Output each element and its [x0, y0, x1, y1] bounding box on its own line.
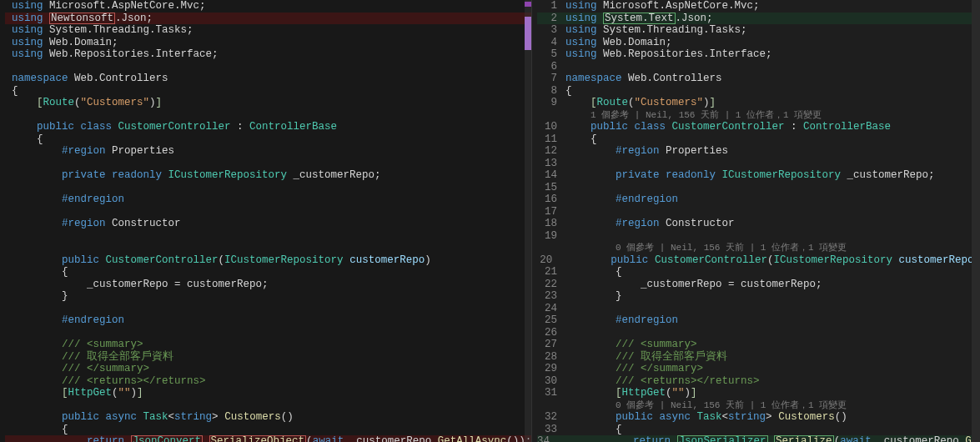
code-line[interactable]: 6: [537, 61, 980, 73]
code-line[interactable]: [5, 109, 531, 122]
diff-left-pane[interactable]: using Microsoft.AspNetCore.Mvc;using New…: [0, 0, 531, 442]
code-line[interactable]: [5, 230, 531, 243]
line-number: 33: [537, 424, 565, 436]
code-line[interactable]: [HttpGet("")]: [5, 387, 531, 399]
code-line[interactable]: 19: [537, 230, 980, 243]
code-line[interactable]: using Microsoft.AspNetCore.Mvc;: [5, 0, 531, 13]
line-number: 5: [537, 48, 565, 61]
code-line[interactable]: return JsonConvert.SerializeObject(await…: [5, 435, 531, 442]
code-line[interactable]: [5, 327, 531, 339]
code-line[interactable]: 1using Microsoft.AspNetCore.Mvc;: [537, 0, 980, 13]
code-line[interactable]: 23 }: [537, 290, 980, 303]
code-line[interactable]: #region Constructor: [5, 218, 531, 230]
code-line[interactable]: #endregion: [5, 193, 531, 206]
diff-right-pane[interactable]: 1using Microsoft.AspNetCore.Mvc;2using S…: [532, 0, 980, 442]
code-line[interactable]: using System.Threading.Tasks;: [5, 24, 531, 37]
code-line[interactable]: 0 個參考 | Neil, 156 天前 | 1 位作者，1 項變更: [537, 242, 980, 254]
line-number: 4: [537, 37, 565, 49]
code-line[interactable]: 21 {: [537, 266, 980, 279]
code-line[interactable]: /// <summary>: [5, 339, 531, 351]
line-number: 8: [537, 85, 565, 98]
code-line[interactable]: 9 [Route("Customers")]: [537, 97, 980, 109]
code-line[interactable]: /// </summary>: [5, 363, 531, 375]
line-number: 6: [537, 61, 565, 73]
line-number: 2: [537, 13, 565, 25]
code-line[interactable]: public async Task<string> Customers(): [5, 411, 531, 424]
line-number: 12: [537, 145, 565, 158]
line-number: 24: [537, 303, 565, 315]
line-number: 21: [537, 266, 565, 279]
line-number: 34: [537, 435, 558, 442]
code-line[interactable]: [5, 206, 531, 218]
code-line[interactable]: _customerRepo = customerRepo;: [5, 279, 531, 291]
code-line[interactable]: using Newtonsoft.Json;: [5, 13, 531, 25]
code-line[interactable]: public class CustomerController : Contro…: [5, 121, 531, 133]
code-line[interactable]: 12 #region Properties: [537, 145, 980, 158]
code-line[interactable]: using Web.Repositories.Interface;: [5, 48, 531, 61]
line-number: 26: [537, 327, 565, 339]
code-line[interactable]: [5, 303, 531, 315]
code-line[interactable]: {: [5, 133, 531, 146]
code-line[interactable]: 0 個參考 | Neil, 156 天前 | 1 位作者，1 項變更: [537, 399, 980, 412]
code-line[interactable]: [5, 242, 531, 254]
code-line[interactable]: 11 {: [537, 133, 980, 146]
code-line[interactable]: 31 [HttpGet("")]: [537, 387, 980, 399]
code-line[interactable]: private readonly ICustomerRepository _cu…: [5, 169, 531, 182]
code-line[interactable]: #endregion: [5, 314, 531, 327]
code-line[interactable]: /// 取得全部客戶資料: [5, 351, 531, 364]
code-line[interactable]: [5, 399, 531, 412]
code-line[interactable]: 2using System.Text.Json;: [537, 13, 980, 25]
code-line[interactable]: 7namespace Web.Controllers: [537, 73, 980, 85]
code-line[interactable]: {: [5, 266, 531, 279]
code-line[interactable]: 22 _customerRepo = customerRepo;: [537, 279, 980, 291]
code-line[interactable]: }: [5, 290, 531, 303]
code-line[interactable]: /// <returns></returns>: [5, 375, 531, 388]
code-line[interactable]: 20 public CustomerController(ICustomerRe…: [537, 254, 980, 267]
code-line[interactable]: 34 return JsonSerializer.Serialize(await…: [537, 435, 980, 442]
code-line[interactable]: 18 #region Constructor: [537, 218, 980, 230]
code-line[interactable]: 28 /// 取得全部客戶資料: [537, 351, 980, 364]
code-line[interactable]: 26: [537, 327, 980, 339]
code-line[interactable]: 13: [537, 158, 980, 170]
line-number: 29: [537, 363, 565, 375]
code-line[interactable]: [5, 182, 531, 194]
code-line[interactable]: 14 private readonly ICustomerRepository …: [537, 169, 980, 182]
code-line[interactable]: {: [5, 424, 531, 436]
left-code-area[interactable]: using Microsoft.AspNetCore.Mvc;using New…: [0, 0, 531, 442]
line-number: 10: [537, 121, 565, 133]
line-number: 1: [537, 0, 565, 13]
code-line[interactable]: namespace Web.Controllers: [5, 73, 531, 85]
right-code-area[interactable]: 1using Microsoft.AspNetCore.Mvc;2using S…: [532, 0, 980, 442]
code-line[interactable]: using Web.Domain;: [5, 37, 531, 49]
code-line[interactable]: 29 /// </summary>: [537, 363, 980, 375]
code-line[interactable]: public CustomerController(ICustomerRepos…: [5, 254, 531, 267]
code-line[interactable]: 33 {: [537, 424, 980, 436]
line-number: 22: [537, 279, 565, 291]
code-line[interactable]: 1 個參考 | Neil, 156 天前 | 1 位作者，1 項變更: [537, 109, 980, 122]
line-number: [537, 109, 565, 122]
code-line[interactable]: [5, 158, 531, 170]
code-line[interactable]: 5using Web.Repositories.Interface;: [537, 48, 980, 61]
code-line[interactable]: 8{: [537, 85, 980, 98]
code-line[interactable]: 3using System.Threading.Tasks;: [537, 24, 980, 37]
code-line[interactable]: 10 public class CustomerController : Con…: [537, 121, 980, 133]
line-number: 9: [537, 97, 565, 109]
line-number: [537, 242, 565, 254]
code-line[interactable]: 32 public async Task<string> Customers(): [537, 411, 980, 424]
code-line[interactable]: 27 /// <summary>: [537, 339, 980, 351]
code-line[interactable]: 24: [537, 303, 980, 315]
line-number: 16: [537, 193, 565, 206]
right-scrollbar[interactable]: [972, 0, 980, 442]
code-line[interactable]: 16 #endregion: [537, 193, 980, 206]
code-line[interactable]: 30 /// <returns></returns>: [537, 375, 980, 388]
code-line[interactable]: 15: [537, 182, 980, 194]
code-line[interactable]: {: [5, 85, 531, 98]
code-line[interactable]: [5, 61, 531, 73]
code-line[interactable]: 25 #endregion: [537, 314, 980, 327]
code-line[interactable]: [Route("Customers")]: [5, 97, 531, 109]
code-line[interactable]: #region Properties: [5, 145, 531, 158]
left-overview-ruler[interactable]: [525, 0, 531, 442]
code-line[interactable]: 17: [537, 206, 980, 218]
code-line[interactable]: 4using Web.Domain;: [537, 37, 980, 49]
line-number: 28: [537, 351, 565, 364]
